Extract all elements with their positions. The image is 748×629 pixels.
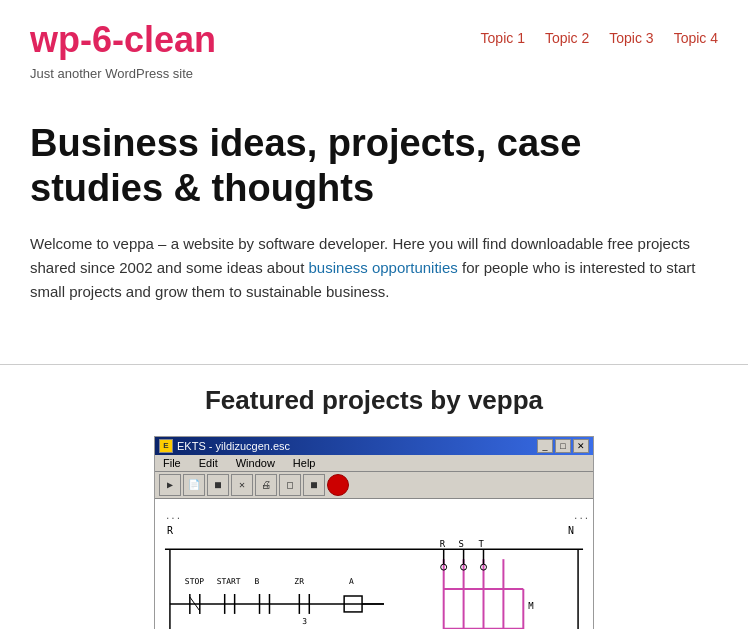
- toolbar-btn-4[interactable]: ✕: [231, 474, 253, 496]
- toolbar-btn-5[interactable]: 🖨: [255, 474, 277, 496]
- svg-text:M: M: [528, 601, 533, 611]
- svg-text:R: R: [167, 525, 173, 536]
- toolbar-btn-3[interactable]: ■: [207, 474, 229, 496]
- svg-text:3: 3: [302, 617, 307, 626]
- close-button[interactable]: ✕: [573, 439, 589, 453]
- featured-section: Featured projects by veppa E EKTS - yild…: [0, 385, 748, 629]
- toolbar-btn-6[interactable]: □: [279, 474, 301, 496]
- win-title: EKTS - yildizucgen.esc: [177, 440, 290, 452]
- circuit-canvas: ... ... R N R S T STOP START B: [155, 499, 593, 629]
- toolbar-btn-red[interactable]: [327, 474, 349, 496]
- nav-link-topic1[interactable]: Topic 1: [481, 30, 525, 46]
- menu-edit[interactable]: Edit: [195, 456, 222, 470]
- site-title-block: wp-6-clean Just another WordPress site: [30, 20, 216, 81]
- svg-text:STOP: STOP: [185, 577, 204, 586]
- svg-text:N: N: [568, 525, 574, 536]
- win-menubar: File Edit Window Help: [155, 455, 593, 472]
- site-title: wp-6-clean: [30, 20, 216, 60]
- main-nav: Topic 1 Topic 2 Topic 3 Topic 4: [481, 20, 718, 46]
- toolbar-btn-2[interactable]: 📄: [183, 474, 205, 496]
- toolbar-btn-1[interactable]: ▶: [159, 474, 181, 496]
- business-link[interactable]: business opportunities: [309, 259, 458, 276]
- svg-text:R: R: [440, 539, 446, 549]
- win-buttons[interactable]: _ □ ✕: [537, 439, 589, 453]
- nav-link-topic4[interactable]: Topic 4: [674, 30, 718, 46]
- section-divider: [0, 364, 748, 365]
- titlebar-left: E EKTS - yildizucgen.esc: [159, 439, 290, 453]
- site-tagline: Just another WordPress site: [30, 66, 216, 81]
- svg-text:S: S: [459, 539, 464, 549]
- nav-link-topic2[interactable]: Topic 2: [545, 30, 589, 46]
- svg-text:START: START: [217, 577, 241, 586]
- maximize-button[interactable]: □: [555, 439, 571, 453]
- site-header: wp-6-clean Just another WordPress site T…: [0, 0, 748, 91]
- minimize-button[interactable]: _: [537, 439, 553, 453]
- svg-text:...: ...: [573, 511, 589, 521]
- app-screenshot: E EKTS - yildizucgen.esc _ □ ✕ File Edit…: [154, 436, 594, 629]
- svg-rect-0: [155, 499, 593, 629]
- win-titlebar: E EKTS - yildizucgen.esc _ □ ✕: [155, 437, 593, 455]
- menu-help[interactable]: Help: [289, 456, 320, 470]
- menu-file[interactable]: File: [159, 456, 185, 470]
- svg-text:A: A: [349, 577, 354, 586]
- post-intro: Welcome to veppa – a website by software…: [30, 232, 710, 304]
- nav-link-topic3[interactable]: Topic 3: [609, 30, 653, 46]
- svg-text:T: T: [479, 539, 485, 549]
- post-title: Business ideas, projects, case studies &…: [30, 121, 650, 212]
- app-icon: E: [159, 439, 173, 453]
- menu-window[interactable]: Window: [232, 456, 279, 470]
- svg-text:...: ...: [165, 511, 181, 521]
- svg-text:ZR: ZR: [294, 577, 304, 586]
- toolbar-btn-7[interactable]: ■: [303, 474, 325, 496]
- content-area: Business ideas, projects, case studies &…: [0, 91, 748, 344]
- svg-text:B: B: [255, 577, 260, 586]
- win-toolbar: ▶ 📄 ■ ✕ 🖨 □ ■: [155, 472, 593, 499]
- featured-title: Featured projects by veppa: [30, 385, 718, 416]
- circuit-diagram: ... ... R N R S T STOP START B: [155, 499, 593, 629]
